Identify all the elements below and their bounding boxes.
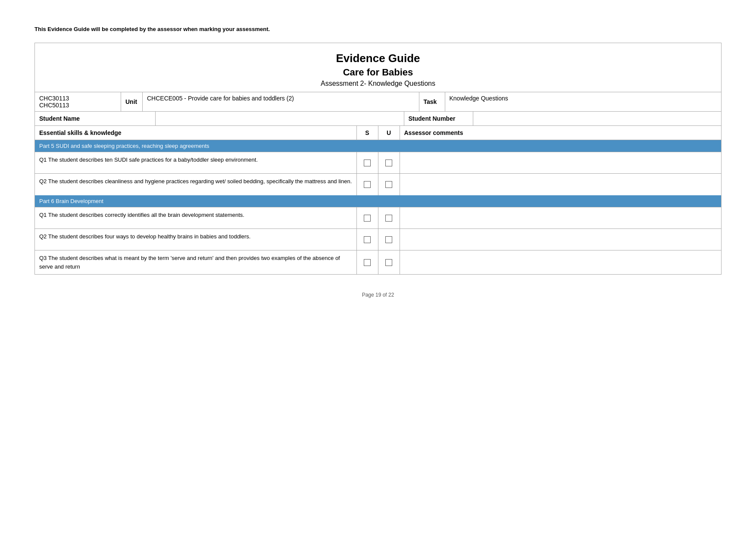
row-description: Q1 The student describes ten SUDI safe p… — [35, 152, 357, 173]
s-checkbox-icon — [364, 236, 371, 243]
header-section: Evidence Guide Care for Babies Assessmen… — [35, 43, 721, 92]
row-assessor-comment[interactable] — [400, 174, 722, 195]
skills-label: Essential skills & knowledge — [35, 126, 357, 140]
task-label: Task — [419, 92, 445, 111]
row-u-checkbox[interactable] — [378, 152, 400, 173]
unit-label: Unit — [121, 92, 143, 111]
u-header: U — [378, 126, 400, 140]
row-s-checkbox[interactable] — [357, 207, 378, 228]
s-checkbox-icon — [364, 215, 371, 222]
skills-header-row: Essential skills & knowledge S U Assesso… — [35, 126, 721, 140]
table-row: Q2 The student describes cleanliness and… — [35, 174, 721, 195]
meta-row: CHC30113 CHC50113 Unit CHCECE005 - Provi… — [35, 92, 721, 112]
student-number-input[interactable] — [473, 112, 722, 125]
u-checkbox-icon — [385, 236, 392, 243]
s-header: S — [357, 126, 378, 140]
row-assessor-comment[interactable] — [400, 229, 722, 250]
assessor-header: Assessor comments — [400, 126, 722, 140]
row-assessor-comment[interactable] — [400, 152, 722, 173]
section-0-header: Part 5 SUDI and safe sleeping practices,… — [35, 140, 721, 152]
student-row: Student Name Student Number — [35, 112, 721, 126]
unit-value: CHCECE005 - Provide care for babies and … — [143, 92, 419, 111]
table-row: Q2 The student describes four ways to de… — [35, 229, 721, 250]
row-u-checkbox[interactable] — [378, 229, 400, 250]
code-2: CHC50113 — [39, 102, 116, 109]
code-1: CHC30113 — [39, 95, 116, 102]
s-checkbox-icon — [364, 181, 371, 188]
section-0: Part 5 SUDI and safe sleeping practices,… — [35, 140, 721, 195]
row-s-checkbox[interactable] — [357, 229, 378, 250]
row-description: Q1 The student describes correctly ident… — [35, 207, 357, 228]
intro-text: This Evidence Guide will be completed by… — [34, 26, 722, 32]
s-checkbox-icon — [364, 259, 371, 266]
row-s-checkbox[interactable] — [357, 174, 378, 195]
u-checkbox-icon — [385, 259, 392, 266]
row-assessor-comment[interactable] — [400, 250, 722, 274]
row-s-checkbox[interactable] — [357, 152, 378, 173]
u-checkbox-icon — [385, 160, 392, 166]
subtitle: Care for Babies — [39, 67, 717, 78]
u-checkbox-icon — [385, 181, 392, 188]
u-checkbox-icon — [385, 215, 392, 222]
row-description: Q2 The student describes cleanliness and… — [35, 174, 357, 195]
table-row: Q1 The student describes ten SUDI safe p… — [35, 152, 721, 174]
row-description: Q3 The student describes what is meant b… — [35, 250, 357, 274]
table-row: Q3 The student describes what is meant b… — [35, 250, 721, 274]
table-row: Q1 The student describes correctly ident… — [35, 207, 721, 229]
main-title: Evidence Guide — [39, 52, 717, 65]
s-checkbox-icon — [364, 160, 371, 166]
assessment-label: Assessment 2- Knowledge Questions — [39, 80, 717, 88]
student-number-label: Student Number — [404, 112, 473, 125]
row-u-checkbox[interactable] — [378, 174, 400, 195]
section-1-header: Part 6 Brain Development — [35, 195, 721, 207]
task-value: Knowledge Questions — [445, 92, 722, 111]
row-u-checkbox[interactable] — [378, 207, 400, 228]
student-name-input[interactable] — [156, 112, 404, 125]
evidence-guide-box: Evidence Guide Care for Babies Assessmen… — [34, 43, 722, 275]
page-number: Page 19 of 22 — [362, 292, 394, 298]
row-description: Q2 The student describes four ways to de… — [35, 229, 357, 250]
meta-codes: CHC30113 CHC50113 — [35, 92, 121, 111]
row-s-checkbox[interactable] — [357, 250, 378, 274]
row-u-checkbox[interactable] — [378, 250, 400, 274]
student-name-label: Student Name — [35, 112, 156, 125]
page-footer: Page 19 of 22 — [34, 292, 722, 298]
section-1: Part 6 Brain Development Q1 The student … — [35, 195, 721, 274]
row-assessor-comment[interactable] — [400, 207, 722, 228]
